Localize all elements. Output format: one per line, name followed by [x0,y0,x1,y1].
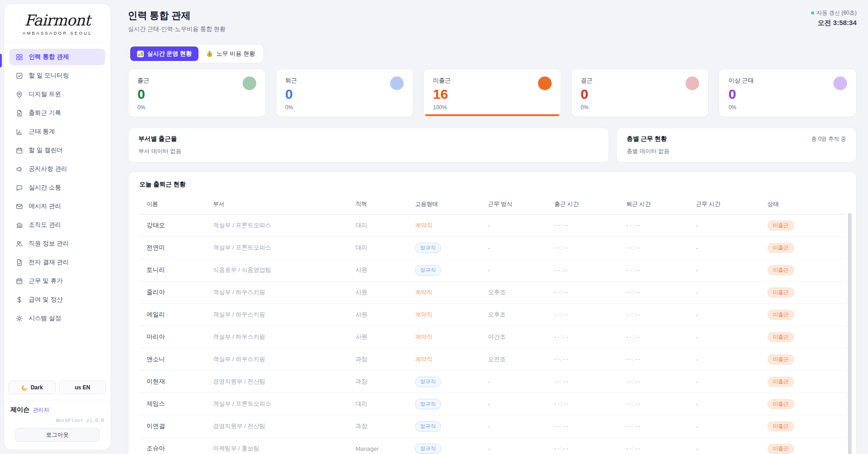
stat-label: 이상 근태 [728,77,847,85]
checklist-icon [15,72,23,80]
employee-position: Manager [355,438,415,454]
table-row: 전연미객실부 / 프론트오피스대리정규직---:----:---미출근 [139,237,846,259]
logout-button[interactable]: 로그아웃 [15,428,100,442]
clock-out-time: --:-- [626,438,696,454]
stat-card-clock-out[interactable]: 퇴근 0 0% [276,69,414,117]
stat-percent: 0% [285,104,404,111]
stat-value: 16 [433,87,552,102]
theme-toggle-button[interactable]: Dark [9,381,56,394]
table-row: 이연걸경영지원부 / 전산팀과장정규직---:----:---미출근 [139,415,846,438]
employment-type-cell: 정규직 [415,237,488,259]
status-circle-icon [243,77,256,90]
sidebar-item-13[interactable]: 급여 및 정산 [10,291,105,308]
page-subtitle: 실시간 근태·인력·노무비용 통합 현황 [128,25,226,33]
sidebar-item-label: 시스템 설정 [29,314,61,322]
sidebar-item-label: 공지사항 관리 [29,165,67,173]
sidebar-item-12[interactable]: 근무 및 휴가 [10,273,105,289]
employment-type-cell: 정규직 [415,371,488,393]
employee-position: 대리 [355,393,415,415]
clock-in-time: --:-- [554,281,626,304]
sidebar-item-2[interactable]: 디지털 트윈 [10,86,105,102]
status-badge: 미출근 [767,377,794,387]
status-badge: 미출근 [767,310,794,320]
shift-type: - [488,415,554,438]
sidebar-item-label: 실시간 소통 [29,184,61,192]
table-row: 조슈아마케팅부 / 홍보팀Manager정규직---:----:---미출근 [139,438,846,454]
sidebar-item-3[interactable]: 출퇴근 기록 [10,105,105,121]
approval-icon [15,259,23,266]
table-row: 앤소니객실부 / 하우스키핑과장계약직오전조--:----:---미출근 [139,348,846,371]
app-version: WorkFloor v1.0.0 [10,418,104,423]
employment-type-badge: 정규직 [415,377,441,387]
stat-label: 출근 [137,77,256,85]
stat-label: 퇴근 [285,77,404,85]
status-badge: 미출근 [767,421,794,432]
shift-type: - [488,438,554,454]
refresh-block: 자동 갱신 (60초) 오전 3:58:34 [811,9,857,27]
column-header-2: 직책 [355,194,415,214]
sidebar-item-4[interactable]: 근태 통계 [10,123,105,140]
bar-chart-icon [15,128,23,136]
status-badge: 미출근 [767,265,794,275]
table-row: 이현재경영지원부 / 전산팀과장정규직---:----:---미출근 [139,371,846,393]
employment-type-badge: 계약직 [415,289,432,296]
work-hours: - [696,371,767,393]
shift-type: - [488,393,554,415]
employee-name: 마리아 [139,326,213,348]
sidebar-item-0[interactable]: 인력 통합 관제 [10,49,105,65]
tab-label: 노무 비용 현황 [216,50,255,58]
employee-position: 사원 [355,326,415,348]
column-header-7: 근무 시간 [696,194,767,214]
employee-position: 과장 [355,415,415,438]
employment-type-cell: 정규직 [415,438,488,454]
sidebar-item-9[interactable]: 조직도 관리 [10,217,105,233]
sidebar-nav: 인력 통합 관제할 일 모니터링디지털 트윈출퇴근 기록근태 통계할 일 캘린더… [4,42,111,329]
tracking-count: 총 0명 추적 중 [811,135,846,143]
mail-icon [15,203,23,210]
stat-card-absent[interactable]: 결근 0 0% [571,69,709,117]
sidebar-item-14[interactable]: 시스템 설정 [10,310,105,326]
sidebar-item-label: 조직도 관리 [29,221,61,229]
employment-type-badge: 계약직 [415,356,432,362]
employment-type-badge: 정규직 [415,265,441,275]
employee-department: 객실부 / 프론트오피스 [213,237,355,259]
status-badge: 미출근 [767,399,794,409]
work-hours: - [696,214,767,237]
sidebar-item-7[interactable]: 실시간 소통 [10,179,105,196]
megaphone-icon [15,165,23,173]
tab-realtime-operations[interactable]: 실시간 운영 현황 [130,46,198,61]
employee-department: 경영지원부 / 전산팀 [213,371,355,393]
table-row: 마리아객실부 / 하우스키핑사원계약직야간조--:----:---미출근 [139,326,846,348]
language-button[interactable]: us EN [59,381,107,394]
clock-in-time: --:-- [554,348,626,371]
employment-type-cell: 계약직 [415,304,488,326]
sidebar-item-8[interactable]: 메시지 관리 [10,198,105,214]
column-header-8: 상태 [767,194,846,214]
stat-card-abnormal[interactable]: 이상 근태 0 0% [719,69,857,117]
table-scrollbar[interactable] [848,213,852,454]
dollar-icon [15,296,23,304]
employee-position: 사원 [355,259,415,281]
active-nav-indicator [0,54,2,67]
table-row: 에일리객실부 / 하우스키핑사원계약직오후조--:----:---미출근 [139,304,846,326]
sidebar-item-10[interactable]: 직원 정보 관리 [10,235,105,252]
sidebar-item-5[interactable]: 할 일 캘린더 [10,142,105,158]
employment-type-badge: 정규직 [415,243,441,253]
employment-type-cell: 정규직 [415,415,488,438]
stat-percent: 0% [137,104,256,111]
tab-labor-cost[interactable]: $ 노무 비용 현황 [199,46,262,61]
sidebar-item-label: 디지털 트윈 [29,90,61,98]
column-header-5: 출근 시간 [554,194,626,214]
dashboard-icon [15,53,23,61]
stat-card-clock-in[interactable]: 출근 0 0% [128,69,266,117]
sidebar-item-11[interactable]: 전자 결재 관리 [10,254,105,270]
auto-refresh-label: 자동 갱신 (60초) [817,9,857,17]
floor-status-panel: 층별 근무 현황 총 0명 추적 중 층별 데이터 없음 [616,128,857,163]
stat-card-not-arrived[interactable]: 미출근 16 100% [423,69,561,117]
sidebar-item-label: 근무 및 휴가 [29,277,63,285]
calendar-check-icon [15,277,23,285]
sidebar-item-1[interactable]: 할 일 모니터링 [10,67,105,84]
sidebar-item-label: 메시지 관리 [29,202,61,210]
table-row: 토니리식음료부 / 식음영업팀사원정규직---:----:---미출근 [139,259,846,281]
sidebar-item-6[interactable]: 공지사항 관리 [10,161,105,177]
